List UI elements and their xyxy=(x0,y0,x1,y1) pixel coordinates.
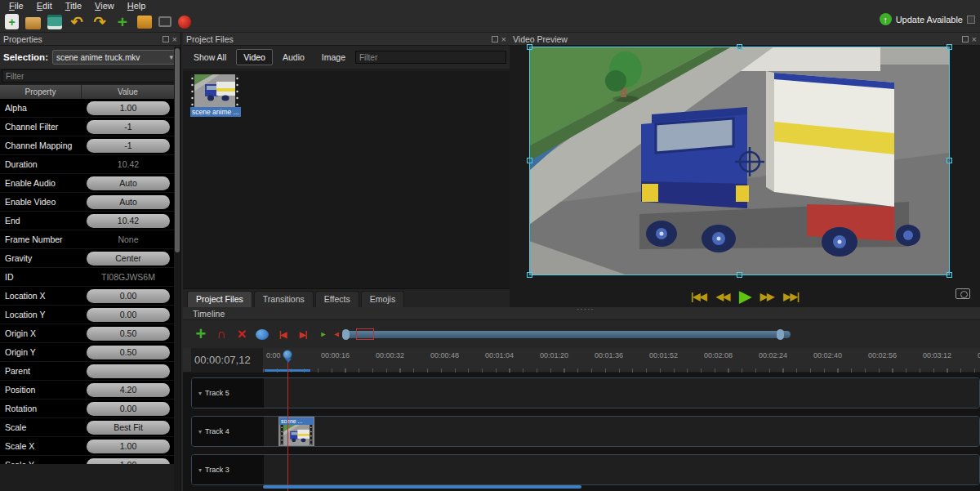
property-row[interactable]: Origin Y0.50 xyxy=(0,343,175,362)
property-value-pill[interactable]: 1.00 xyxy=(87,101,171,115)
resize-handle[interactable] xyxy=(947,272,952,278)
visible-region-marker[interactable] xyxy=(356,328,374,340)
property-row[interactable]: Position4.20 xyxy=(0,381,175,399)
menu-help[interactable]: Help xyxy=(122,1,152,11)
scrollbar-thumb[interactable] xyxy=(175,48,180,252)
expander-icon[interactable]: ▾ xyxy=(198,428,202,435)
property-row[interactable]: Scale X1.00 xyxy=(0,437,175,456)
expander-icon[interactable]: ▾ xyxy=(198,466,202,474)
property-row[interactable]: Parent xyxy=(0,362,175,381)
track-label[interactable]: ▾Track 5 xyxy=(192,378,264,408)
property-row[interactable]: Scale Y1.00 xyxy=(0,456,175,464)
property-value-pill[interactable]: 0.50 xyxy=(87,346,171,359)
property-column-header[interactable]: Property xyxy=(0,85,82,99)
tab-project-files[interactable]: Project Files xyxy=(187,291,252,307)
property-value-pill[interactable]: -1 xyxy=(87,139,171,153)
filter-tab-image[interactable]: Image xyxy=(314,49,353,65)
filter-tab-audio[interactable]: Audio xyxy=(275,49,312,65)
next-marker-icon[interactable]: ▶| xyxy=(296,326,310,342)
menu-file[interactable]: File xyxy=(3,1,29,11)
slider-track[interactable] xyxy=(343,331,791,338)
tab-effects[interactable]: Effects xyxy=(315,291,359,307)
fullscreen-icon[interactable] xyxy=(158,16,172,27)
tab-transitions[interactable]: Transitions xyxy=(254,291,314,307)
resize-handle[interactable] xyxy=(737,272,742,278)
close-icon[interactable]: × xyxy=(172,36,177,42)
property-row[interactable]: Channel Filter-1 xyxy=(0,118,175,136)
property-row[interactable]: End10.42 xyxy=(0,212,175,230)
update-available-button[interactable]: ↑ Update Available xyxy=(880,13,975,25)
project-files-filter-input[interactable] xyxy=(355,51,506,64)
properties-filter-input[interactable] xyxy=(2,69,175,83)
property-value-pill[interactable]: Best Fit xyxy=(87,421,171,435)
property-value-pill[interactable]: 0.00 xyxy=(87,308,171,322)
close-icon[interactable]: × xyxy=(972,36,977,42)
properties-scrollbar[interactable] xyxy=(174,47,180,491)
new-project-icon[interactable]: + xyxy=(5,14,19,29)
property-row[interactable]: ScaleBest Fit xyxy=(0,418,175,437)
property-row[interactable]: Enable VideoAuto xyxy=(0,193,175,212)
fast-forward-icon[interactable]: ▶▶ xyxy=(760,291,773,302)
property-row[interactable]: IDTI08GJWS6M xyxy=(0,268,175,287)
property-value-pill[interactable]: 4.20 xyxy=(87,383,171,397)
resize-handle[interactable] xyxy=(527,44,532,50)
property-row[interactable]: Location Y0.00 xyxy=(0,306,175,324)
snapshot-camera-icon[interactable] xyxy=(956,288,970,299)
rewind-icon[interactable]: ◀◀ xyxy=(716,291,729,302)
filter-tab-show-all[interactable]: Show All xyxy=(186,49,234,65)
property-value-pill[interactable]: Auto xyxy=(87,176,171,190)
previous-marker-icon[interactable]: |◀ xyxy=(276,326,289,342)
timeline-zoom-slider[interactable] xyxy=(343,328,791,340)
jump-start-icon[interactable]: |◀◀ xyxy=(691,291,706,302)
track-label[interactable]: ▾Track 3 xyxy=(192,455,264,484)
property-value-pill[interactable]: -1 xyxy=(87,120,171,134)
add-track-icon[interactable]: + xyxy=(194,326,207,342)
track-content[interactable] xyxy=(264,378,979,408)
export-video-icon[interactable] xyxy=(178,16,191,29)
menu-view[interactable]: View xyxy=(89,1,120,11)
ruler-labels[interactable]: 0:0000:00:1600:00:3200:00:4800:01:0400:0… xyxy=(263,348,980,373)
property-value-pill[interactable]: Center xyxy=(87,252,171,266)
value-column-header[interactable]: Value xyxy=(82,85,175,99)
slider-handle-left[interactable] xyxy=(342,329,350,340)
property-value-pill[interactable]: 0.00 xyxy=(87,402,171,416)
save-project-icon[interactable] xyxy=(47,15,62,29)
jump-end-icon[interactable]: ▶▶| xyxy=(783,291,799,302)
window-dock-icon[interactable] xyxy=(967,16,975,24)
expander-icon[interactable]: ▾ xyxy=(198,390,202,397)
resize-handle[interactable] xyxy=(947,44,952,50)
filter-tab-video[interactable]: Video xyxy=(236,49,273,65)
snap-icon[interactable]: ∩ xyxy=(215,326,228,342)
property-row[interactable]: GravityCenter xyxy=(0,249,175,268)
redo-icon[interactable]: ↷ xyxy=(91,14,108,30)
choose-profile-icon[interactable] xyxy=(137,16,152,29)
tab-emojis[interactable]: Emojis xyxy=(361,291,405,307)
razor-icon[interactable]: × xyxy=(235,326,248,342)
timeline-horizontal-scrollbar[interactable] xyxy=(263,485,581,489)
undock-icon[interactable] xyxy=(163,36,169,42)
property-row[interactable]: Origin X0.50 xyxy=(0,324,175,343)
resize-handle[interactable] xyxy=(527,272,532,278)
resize-handle[interactable] xyxy=(947,158,952,163)
video-frame[interactable] xyxy=(529,47,950,275)
undo-icon[interactable]: ↶ xyxy=(69,14,85,30)
property-row[interactable]: Rotation0.00 xyxy=(0,399,175,418)
menu-edit[interactable]: Edit xyxy=(31,1,58,11)
open-project-icon[interactable] xyxy=(25,17,41,29)
property-row[interactable]: Enable AudioAuto xyxy=(0,174,175,193)
property-value-pill[interactable]: 1.00 xyxy=(87,458,171,465)
property-row[interactable]: Channel Mapping-1 xyxy=(0,136,175,155)
property-value-pill[interactable]: 0.50 xyxy=(87,327,171,341)
track-content[interactable] xyxy=(264,455,979,484)
property-value-pill[interactable]: Auto xyxy=(87,195,171,209)
property-value-pill[interactable] xyxy=(87,364,171,378)
play-icon[interactable]: ▶ xyxy=(739,291,751,302)
property-value-pill[interactable]: 0.00 xyxy=(87,289,171,303)
arrow-right-icon[interactable]: ► xyxy=(317,326,330,342)
playhead-marker[interactable] xyxy=(283,350,292,359)
undock-icon[interactable] xyxy=(492,36,498,42)
property-value-pill[interactable]: 1.00 xyxy=(87,440,171,453)
resize-handle[interactable] xyxy=(737,44,742,50)
import-files-icon[interactable]: + xyxy=(114,14,131,30)
add-marker-icon[interactable] xyxy=(256,329,269,340)
